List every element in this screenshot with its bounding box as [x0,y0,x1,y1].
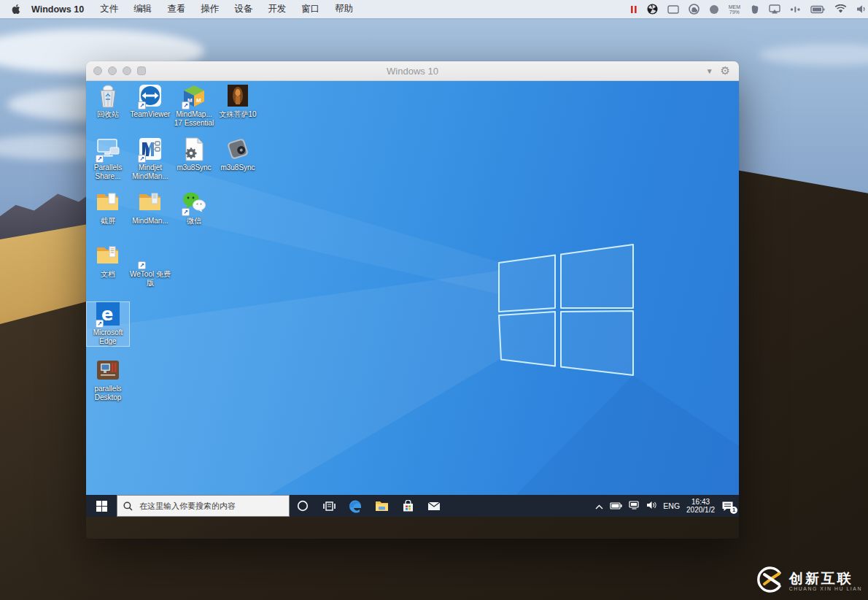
file-explorer-button[interactable] [368,495,395,517]
desktop-icon-wetool[interactable]: ↗ WeTool 免费版 [129,244,171,288]
vm-titlebar[interactable]: Windows 10 ▼ ⚙ [86,61,739,81]
creative-cloud-icon[interactable] [689,4,700,15]
desktop-icon-label: 微信 [173,217,215,226]
wifi-icon[interactable] [834,4,847,14]
tray-battery-icon[interactable] [610,499,622,512]
desktop-icon-label: TeamViewer [129,110,171,119]
dark-package-icon [225,137,251,162]
folder-icon [95,244,121,269]
store-button[interactable] [395,495,421,517]
menu-develop[interactable]: 开发 [268,3,286,15]
keyboard-battery-icon[interactable] [810,5,825,14]
photo-thumbnail-icon [225,84,251,109]
taskbar-search-box[interactable] [117,495,290,517]
folder-icon [137,191,163,215]
menu-edit[interactable]: 编辑 [133,3,152,15]
tray-language-indicator[interactable]: ENG [663,501,680,510]
recycle-bin-icon [95,84,121,109]
tray-time: 16:43 [691,498,710,506]
desktop-icon-m3u8sync-app[interactable]: m3u8Sync [217,137,259,172]
tray-volume-icon[interactable] [646,499,656,512]
desktop-icon-label: m3u8Sync [217,164,259,172]
desktop-icon-label: Mindjet MindMan... [129,164,171,181]
mindmap-cube-icon: M M ↗ [181,84,207,109]
menu-help[interactable]: 帮助 [335,3,353,15]
task-view-icon [323,501,336,512]
tray-clock[interactable]: 16:43 2020/1/2 [686,498,715,514]
desktop-icon-teamviewer[interactable]: ↗ TeamViewer [129,84,171,119]
shortcut-arrow-icon: ↗ [138,155,146,163]
desktop-icon-label: Parallels Share... [87,164,129,181]
desktop-icon-label: MindMap... 17 Essential [173,110,215,128]
gear-icon[interactable]: ⚙ [721,64,730,77]
macos-menubar: Windows 10 文件 编辑 查看 操作 设备 开发 窗口 帮助 MEM 7… [0,0,868,18]
desktop-icon-photo-wenshu[interactable]: 文殊菩萨10 [217,84,259,119]
shortcut-arrow-icon: ↗ [182,101,190,109]
mail-icon [427,501,441,511]
desktop-icon-parallels-shared[interactable]: ↗ Parallels Share... [87,137,129,181]
shortcut-arrow-icon: ↗ [96,155,104,163]
memory-indicator[interactable]: MEM 79% [729,4,740,15]
tray-network-icon[interactable] [629,499,640,512]
audio-switcher-icon[interactable] [790,6,801,13]
menu-view[interactable]: 查看 [167,3,185,15]
menu-window[interactable]: 窗口 [301,3,319,15]
menu-file[interactable]: 文件 [100,3,118,15]
shortcut-arrow-icon: ↗ [138,101,146,109]
desktop-icon-documents-folder[interactable]: 文档 [87,244,129,279]
teamviewer-icon: ↗ [137,84,163,109]
desktop-icon-recycle-bin[interactable]: 回收站 [87,84,129,119]
task-view-button[interactable] [316,495,342,517]
tray-chevron-icon[interactable] [595,499,603,512]
windows-taskbar: ENG 16:43 2020/1/2 1 [86,495,739,517]
desktop-icon-label: 文殊菩萨10 [217,110,259,119]
display-status-icon[interactable] [667,5,679,14]
mindjet-icon: ↗ [137,137,163,162]
chevron-down-icon[interactable]: ▼ [706,67,713,75]
desktop-icon-label: Microsoft Edge [87,328,129,346]
vm-window: Windows 10 ▼ ⚙ [86,61,739,539]
menu-actions[interactable]: 操作 [201,3,219,15]
shared-monitor-icon: ↗ [95,137,121,162]
desktop-icon-mindmap17[interactable]: M M ↗ MindMap... 17 Essential [173,84,215,128]
desktop-icon-parallels-desktop[interactable]: parallels Desktop [87,358,129,402]
document-gear-icon [181,137,207,162]
desktop-icon-label: parallels Desktop [87,385,129,402]
windows-desktop[interactable]: 回收站 ↗ TeamViewer M M [86,81,739,517]
parallels-desktop-icon [95,358,121,383]
svg-text:M: M [196,97,201,104]
cortana-button[interactable] [290,495,316,517]
action-center-button[interactable]: 1 [721,501,734,512]
pause-status-icon[interactable] [630,5,638,14]
search-input[interactable] [138,501,272,511]
watermark: 创新互联 CHUANG XIN HU LIAN [757,566,862,596]
desktop-icon-m3u8sync-doc[interactable]: m3u8Sync [173,137,215,172]
menubar-app-name[interactable]: Windows 10 [31,4,84,15]
watermark-logo-icon [757,566,783,596]
watermark-title: 创新互联 [789,571,862,586]
wechat-icon: ↗ [181,191,207,215]
dot-status-icon[interactable] [709,4,719,15]
apple-menu-icon[interactable] [12,4,21,15]
desktop-icon-mindman-folder[interactable]: MindMan... [129,191,171,226]
desktop-icon-label: m3u8Sync [173,164,215,172]
desktop-icon-microsoft-edge[interactable]: e ↗ Microsoft Edge [87,302,129,346]
fan-app-icon[interactable] [647,4,658,15]
edge-icon [348,499,363,513]
start-button[interactable] [86,495,117,517]
airplay-icon[interactable] [769,4,780,14]
cortana-icon [297,500,309,512]
volume-icon[interactable] [856,4,867,14]
watermark-subtitle: CHUANG XIN HU LIAN [789,586,862,591]
evernote-icon[interactable] [750,4,759,15]
desktop-icon-label: MindMan... [129,217,171,226]
desktop-icon-screenshots-folder[interactable]: 截屏 [87,191,129,226]
menu-devices[interactable]: 设备 [234,3,252,15]
desktop-icon-wechat[interactable]: ↗ 微信 [173,191,215,226]
folder-icon [95,191,121,215]
edge-taskbar-button[interactable] [342,495,368,517]
tray-date: 2020/1/2 [686,506,715,514]
mail-button[interactable] [421,495,447,517]
desktop-icon-mindjet[interactable]: ↗ Mindjet MindMan... [129,137,171,181]
desktop-icon-label: WeTool 免费版 [129,270,171,288]
